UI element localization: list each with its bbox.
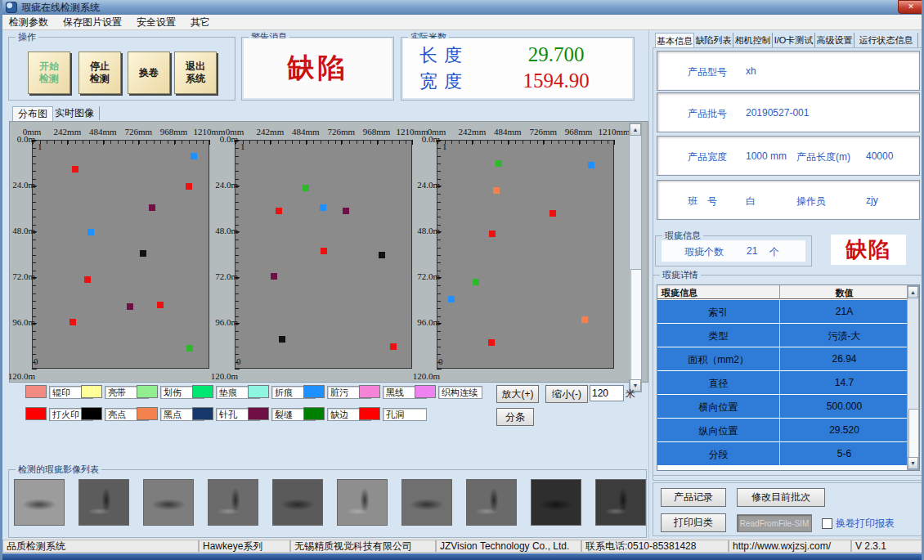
title-bar[interactable]: 瑕疵在线检测系统 ✕ [2, 0, 924, 15]
table-row[interactable]: 分段5-6 [657, 442, 908, 465]
defect-thumbnail-4[interactable] [272, 479, 323, 526]
y-tick-label: 24.0m [2, 180, 35, 190]
operation-group: 操作 开始 检测停止 检测换卷退出 系统 [8, 37, 235, 101]
detail-row-value: 14.7 [780, 377, 908, 388]
op-button-2[interactable]: 换卷 [128, 52, 170, 94]
table-scroll-down-icon[interactable]: ▼ [908, 457, 918, 469]
plot-scrollbar-thumb[interactable] [630, 269, 642, 380]
y-major-tick [437, 277, 442, 278]
scatter-plot-1[interactable] [32, 140, 209, 369]
table-scrollbar[interactable]: ▲ ▼ [907, 285, 919, 470]
right-tab-2[interactable]: 相机控制 [733, 33, 773, 47]
defect-detail-table: 瑕疵信息 数值 索引21A类型污渍-大面积（mm2）26.94直径14.7横向位… [657, 284, 920, 471]
y-ticks [235, 141, 239, 368]
right-tab-0[interactable]: 基本信息 [655, 33, 694, 47]
defect-thumbnail-0[interactable] [14, 479, 65, 526]
y-tick-label: 48.0m [2, 226, 35, 235]
menu-item-2[interactable]: 安全设置 [137, 16, 176, 29]
right-tab-4[interactable]: 高级设置 [815, 33, 854, 47]
table-scrollbar-thumb[interactable] [908, 409, 919, 458]
right-tab-1[interactable]: 缺陷列表 [694, 33, 733, 47]
status-segment-1: Hawkeye系列 [199, 540, 290, 553]
length-input[interactable] [590, 385, 624, 401]
op-button-0[interactable]: 开始 检测 [28, 52, 70, 94]
split-button[interactable]: 分条 [496, 408, 534, 426]
zoom-in-button[interactable]: 放大(+) [496, 385, 539, 403]
detail-row-label: 索引 [657, 306, 779, 320]
x-major-tick [472, 140, 473, 145]
defect-thumbnail-3[interactable] [208, 479, 258, 526]
plot-scrollbar[interactable]: ▲ ▼ [629, 123, 642, 392]
width-value: 1594.90 [495, 69, 617, 92]
x-major-tick [377, 140, 378, 145]
y-major-tick [32, 231, 37, 232]
detail-row-label: 类型 [657, 329, 779, 343]
product-record-button[interactable]: 产品记录 [661, 488, 726, 507]
y-tick-label: 0.0m [407, 134, 440, 144]
defect-thumbnail-9[interactable] [595, 479, 646, 526]
scatter-plot-2[interactable] [235, 140, 412, 369]
menu-item-3[interactable]: 其它 [191, 16, 210, 29]
detail-table-header: 瑕疵信息 数值 [657, 285, 908, 299]
y-ticks [437, 141, 441, 368]
product-info-row-0: 产品型号xh [657, 51, 920, 91]
length-unit-label: 米 [626, 388, 635, 401]
table-row[interactable]: 面积（mm2）26.94 [657, 347, 908, 370]
menu-item-1[interactable]: 保存图片设置 [63, 16, 122, 29]
defect-point [303, 185, 309, 191]
legend-swatch-垫痕 [192, 385, 213, 398]
modify-batch-button[interactable]: 修改目前批次 [737, 488, 825, 507]
info-label: 产品宽度 [688, 150, 727, 164]
defect-point [157, 302, 164, 308]
table-scroll-up-icon[interactable]: ▲ [908, 286, 918, 298]
defect-thumbnail-5[interactable] [337, 479, 388, 526]
defect-point [488, 339, 495, 346]
table-row[interactable]: 纵向位置29.520 [657, 419, 908, 441]
table-row[interactable]: 类型污渍-大 [657, 324, 908, 347]
warning-text: 缺陷 [288, 50, 348, 87]
x-major-tick [138, 140, 139, 145]
info-value: 40000 [866, 150, 893, 162]
defect-thumbnail-1[interactable] [78, 479, 129, 526]
status-segment-6: V 2.3.1 [851, 540, 924, 553]
defect-thumbnail-6[interactable] [401, 479, 452, 526]
right-tab-3[interactable]: I/O卡测试 [773, 33, 815, 47]
defect-thumbnail-8[interactable] [531, 479, 581, 526]
op-button-3[interactable]: 退出 系统 [174, 52, 217, 94]
right-tab-5[interactable]: 运行状态信息 [854, 33, 918, 47]
reprint-checkbox[interactable] [822, 518, 832, 529]
table-row[interactable]: 直径14.7 [657, 371, 908, 394]
table-row[interactable]: 横向位置500.000 [657, 395, 908, 418]
print-classify-button[interactable]: 打印归类 [661, 513, 726, 532]
x-major-tick [614, 140, 615, 145]
close-button[interactable]: ✕ [898, 0, 924, 14]
plot-scroll-up-icon[interactable]: ▲ [630, 123, 641, 136]
read-from-file-button: ReadFromFile-SIM [737, 514, 812, 532]
legend-swatch-孔洞 [359, 407, 380, 420]
y-major-tick [32, 277, 37, 278]
reprint-checkbox-label: 换卷打印报表 [836, 517, 895, 531]
defect-thumbnail-2[interactable] [143, 479, 194, 526]
legend-swatch-打火印 [25, 407, 47, 420]
defect-thumbnail-7[interactable] [466, 479, 517, 526]
legend-swatch-黑线 [359, 385, 380, 398]
op-button-1[interactable]: 停止 检测 [78, 52, 121, 94]
y-tick-label: 0.0m [205, 134, 238, 144]
menu-item-0[interactable]: 检测参数 [9, 16, 48, 29]
warning-box: 缺陷 [244, 38, 392, 98]
view-tab-0[interactable]: 分布图 [12, 106, 53, 121]
table-row[interactable]: 索引21A [657, 300, 908, 323]
plot-corner-label-top: 1 [38, 141, 43, 151]
y-tick-label: 72.0m [407, 271, 440, 281]
status-segment-3: JZVision Technology Co., Ltd. [436, 540, 581, 553]
status-segment-4: 联系电话:0510-85381428 [581, 540, 729, 553]
length-value: 29.700 [495, 43, 617, 66]
defect-point [84, 276, 91, 283]
info-label: 产品型号 [688, 65, 727, 79]
zoom-out-button[interactable]: 缩小(-) [545, 385, 588, 403]
distribution-plot-area: 100mm242mm484mm726mm968mm1210mm0.0m24.0m… [9, 121, 648, 383]
view-tab-1[interactable]: 实时图像 [50, 106, 100, 120]
x-ticks [437, 141, 613, 144]
scatter-plot-3[interactable] [437, 140, 614, 369]
legend-label-孔洞: 孔洞 [383, 408, 427, 421]
